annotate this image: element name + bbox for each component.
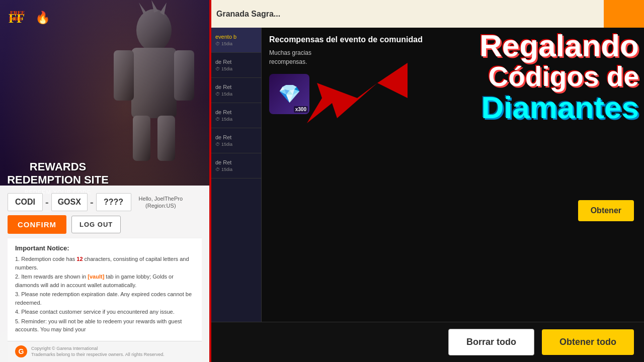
footer-area: G Copyright © Garena International Trade… [8,341,202,362]
svg-text:FREE: FREE [10,10,25,16]
big-text-overlay: Regalando Códigos de Diamantes [479,30,639,123]
user-info: Hello, JoelThePro (Region:US) [139,195,183,210]
garena-logo-icon: G [15,345,27,357]
tab-label-5: de Ret [215,159,257,165]
svg-rect-4 [133,116,150,161]
action-row: CONFIRM LOG OUT [8,215,202,234]
tab-label-2: de Ret [215,84,257,90]
logo-area: FF FREE FIRE 🔥 [8,8,50,28]
svg-text:FIRE: FIRE [9,16,22,22]
game-tab-2[interactable]: de Ret ⏱15dia [211,78,261,103]
big-text-line3: Diamantes [479,92,639,123]
copyright-text: Copyright © Garena International [31,345,165,352]
code-segment-2[interactable]: GOSX [51,193,88,211]
page-title: REWARDS REDEMPTION SITE [5,160,111,187]
big-text-line2: Códigos de [479,61,639,92]
user-region: (Region:US) [139,202,183,209]
confirm-button[interactable]: CONFIRM [8,215,66,234]
code-separator-2: - [90,197,94,208]
right-panel: Granada Sagra... evento b ⏱15dia de Ret … [211,0,644,362]
notice-item-2: 2. Item rewards are shown in [vault] tab… [15,273,194,289]
top-bar-orange-button[interactable] [604,0,644,28]
notice-item-4: 4. Please contact customer service if yo… [15,308,194,316]
game-tab-0[interactable]: evento b ⏱15dia [211,28,261,53]
reward-icon-box: 💎 x300 [269,74,309,114]
tab-label-4: de Ret [215,134,257,140]
trademark-text: Trademarks belong to their respective ow… [31,351,165,358]
svg-rect-5 [157,116,175,161]
tab-timer-2: ⏱15dia [215,92,257,97]
game-tab-1[interactable]: de Ret ⏱15dia [211,53,261,78]
code-segment-1[interactable]: CODI [8,193,43,211]
tab-label-1: de Ret [215,59,257,65]
big-text-line1: Regalando [479,30,639,61]
top-bar-title: Granada Sagra... [216,10,280,19]
tab-label-3: de Ret [215,109,257,115]
game-tab-4[interactable]: de Ret ⏱15dia [211,128,261,153]
user-greeting: Hello, JoelThePro [139,195,183,202]
notice-title: Important Notice: [15,244,194,252]
redemption-form: CODI - GOSX - ???? Hello, JoelThePro (Re… [0,186,209,362]
borrar-todo-button[interactable]: Borrar todo [448,329,534,355]
freefire-logo-icon: FF FREE FIRE [8,8,33,28]
tab-timer-0: ⏱15dia [215,41,257,46]
notice-item-5: 5. Reminder: you will not be able to red… [15,317,194,334]
obtener-button[interactable]: Obtener [578,200,634,221]
diamond-icon: 💎 [278,83,301,105]
code-input-row: CODI - GOSX - ???? Hello, JoelThePro (Re… [8,193,202,211]
notice-area: Important Notice: 1. Redemption code has… [8,238,202,341]
highlight-vault: [vault] [88,274,104,280]
character-silhouette [99,0,209,161]
logout-button[interactable]: LOG OUT [71,216,121,233]
svg-rect-1 [131,48,177,118]
tab-timer-1: ⏱15dia [215,66,257,71]
footer-text: Copyright © Garena International Tradema… [31,345,165,358]
game-tab-5[interactable]: de Ret ⏱15dia [211,153,261,178]
game-tab-3[interactable]: de Ret ⏱15dia [211,103,261,128]
left-panel: FF FREE FIRE 🔥 REWARDS REDEMPTION SITE R… [0,0,211,362]
svg-rect-3 [174,50,194,101]
notice-item-1: 1. Redemption code has 12 characters, co… [15,255,194,272]
code-segment-3[interactable]: ???? [96,193,131,211]
highlight-12: 12 [76,256,83,262]
tab-timer-5: ⏱15dia [215,167,257,172]
svg-point-0 [136,9,172,51]
obtener-todo-button[interactable]: Obtener todo [542,329,634,355]
svg-marker-6 [139,3,146,15]
game-top-bar: Granada Sagra... [211,0,644,28]
game-bottom-bar: Borrar todo Obtener todo [211,322,644,362]
tab-timer-3: ⏱15dia [215,117,257,122]
code-separator-1: - [45,197,49,208]
tab-timer-4: ⏱15dia [215,142,257,147]
tab-label-0: evento b [215,34,257,40]
notice-item-3: 3. Please note redemption expiration dat… [15,290,194,307]
logo-flame-icon: 🔥 [35,11,50,25]
reward-count: x300 [294,106,308,113]
game-left-panel: evento b ⏱15dia de Ret ⏱15dia de Ret ⏱15… [211,28,262,322]
svg-rect-2 [114,50,134,101]
